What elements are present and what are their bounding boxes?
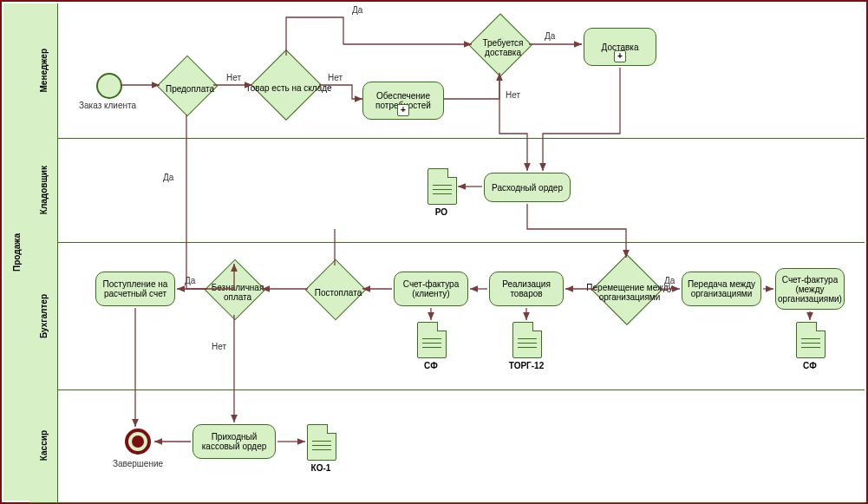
gateway-cashless [205,259,266,321]
lane-title: Кассир [29,389,58,502]
lane-title: Кладовщик [29,138,58,242]
lane-body: Завершение Приходный кассовый ордер КО-1 [57,389,865,502]
doc-ko [307,424,336,461]
pool-title-text: Продажа [12,233,22,272]
lane-accountant: Бухгалтер Поступление на расчетный счет … [29,242,865,390]
lane-title: Бухгалтер [29,242,58,389]
doc-sf1 [417,322,447,358]
plus-icon: + [397,104,409,116]
task-delivery: Доставка + [584,28,656,66]
plus-icon: + [614,50,626,62]
lane-storekeeper: Кладовщик Расходный ордер РО [29,138,865,243]
task-ro: Расходный ордер [484,173,571,202]
task-sf-client: Счет-фактура (клиенту) [394,272,468,306]
flows-lane2 [57,138,865,242]
lane-body: Расходный ордер РО [57,138,865,242]
end-event [125,429,151,455]
start-caption: Заказ клиента [76,101,139,110]
gateway-interorg [591,254,662,325]
lanes-container: Менеджер Заказ клиента Предоплата Товар … [29,3,865,501]
gateway-prepay [157,56,219,117]
end-caption: Завершение [109,459,166,468]
task-pko: Приходный кассовый ордер [193,424,276,459]
doc-sf2 [796,322,826,358]
task-bank: Поступление на расчетный счет [95,272,175,306]
flows-lane4 [57,389,865,502]
lane-cashier: Кассир Завершение Приходный кассовый орд… [29,389,865,503]
flows-lane3 [57,242,865,389]
bpmn-diagram: Продажа Менеджер Заказ клиента Предоплат… [0,0,868,504]
task-transfer: Передача между организациями [682,272,761,306]
lane-body: Заказ клиента Предоплата Товар есть на с… [57,3,865,138]
task-sf-org: Счет-фактура (между организациями) [775,268,845,310]
lane-manager: Менеджер Заказ клиента Предоплата Товар … [29,3,865,139]
gateway-stock [251,49,322,121]
gateway-delivery [468,13,532,77]
pool-title: Продажа [3,3,30,501]
doc-ro [427,168,457,205]
lane-title: Менеджер [29,3,58,138]
doc-torg [512,322,542,358]
lane-body: Поступление на расчетный счет Безналична… [57,242,865,389]
task-supply: Обеспечение потребностей + [362,82,444,120]
gateway-postpay [305,259,367,321]
start-event [96,73,122,99]
task-realization: Реализация товаров [489,272,564,306]
